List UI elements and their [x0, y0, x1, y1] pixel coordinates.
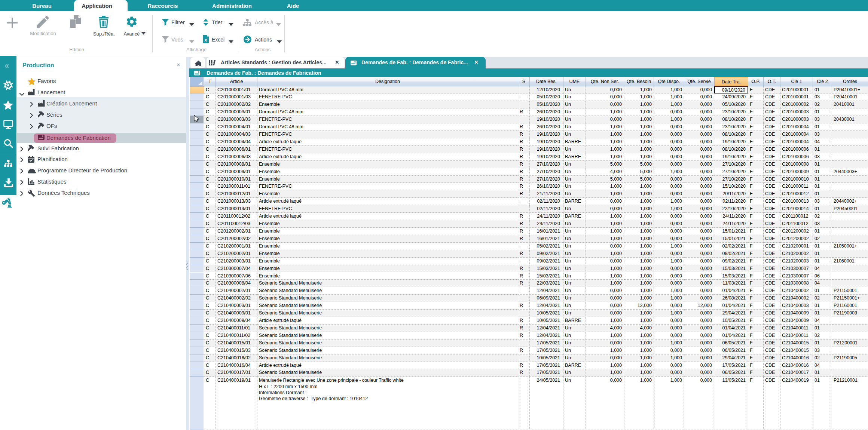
- svg-text:x: x: [204, 37, 207, 43]
